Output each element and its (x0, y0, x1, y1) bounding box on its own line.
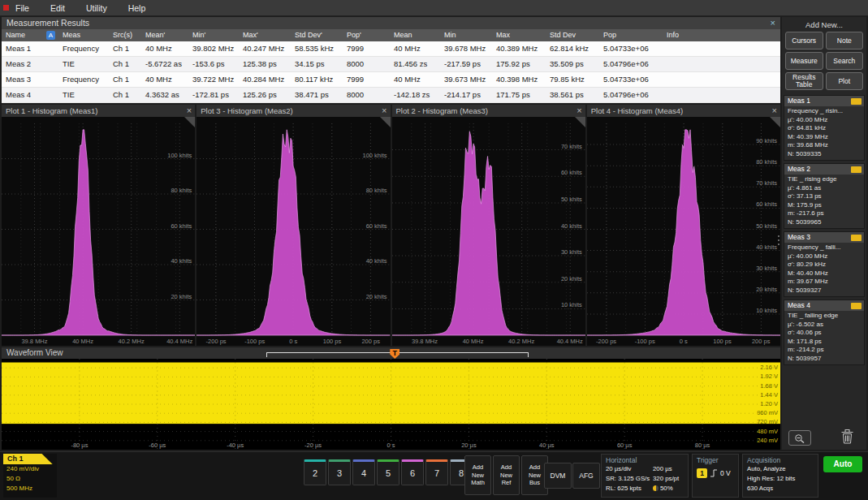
zoom-corner-icon[interactable] (575, 117, 585, 127)
trigger-settings: 1 0 V (697, 468, 734, 478)
plot-area[interactable]: 90 khits80 khits70 khits60 khits50 khits… (587, 117, 780, 346)
results-header-cell: Mean (390, 29, 440, 41)
plot-panel-plot2: Plot 2 - Histogram (Meas3)×70 khits60 kh… (392, 105, 585, 346)
plot-area[interactable]: 100 khits80 khits60 khits40 khits20 khit… (2, 117, 195, 346)
results-header-cell: Max (492, 29, 546, 41)
x-tick-label: 39.8 MHz (21, 338, 47, 345)
results-cell: 7999 (343, 41, 378, 56)
panel-splitter[interactable] (776, 226, 781, 255)
zoom-corner-icon[interactable] (380, 117, 391, 127)
menu-items: FileEditUtilityHelp (15, 3, 166, 13)
menu-utility[interactable]: Utility (86, 3, 107, 13)
add-search-button[interactable]: Search (826, 52, 864, 70)
meas-chip-2[interactable]: Meas 2TIE _ rising edgeµ': 4.861 asσ': 3… (784, 163, 865, 229)
channel-5-button[interactable]: 5 (377, 459, 399, 485)
trigger-panel[interactable]: Trigger 1 0 V (692, 454, 739, 498)
channel-6-button[interactable]: 6 (401, 459, 424, 485)
auto-run-button[interactable]: Auto (823, 456, 862, 472)
meas-chip-4[interactable]: Meas 4TIE _ falling edgeµ': -6.502 asσ':… (784, 300, 865, 365)
results-row[interactable]: Meas 3FrequencyCh 140 MHz39.722 MHz40.28… (2, 72, 780, 88)
y-tick-label: 80 khits (756, 158, 777, 166)
add-note-button[interactable]: Note (826, 32, 864, 50)
results-header-cell: A (42, 29, 58, 41)
y-tick-label: 70 khits (561, 143, 582, 150)
results-cell (42, 88, 58, 102)
plot-area[interactable]: 70 khits60 khits50 khits40 khits30 khits… (392, 117, 585, 346)
results-cell: -5.6722 as (141, 57, 188, 71)
results-row[interactable]: Meas 1FrequencyCh 140 MHz39.802 MHz40.24… (2, 41, 780, 57)
results-cell (42, 57, 58, 71)
addbtn-line: New (529, 472, 541, 480)
add-new-ref-button[interactable]: AddNewRef (493, 455, 520, 495)
x-tick-label: 40 MHz (463, 338, 484, 345)
dvm-button[interactable]: DVM (544, 463, 572, 489)
time-label: -60 µs (149, 442, 166, 449)
results-row[interactable]: Meas 2TIECh 1-5.6722 as-153.6 ps125.38 p… (2, 57, 780, 72)
channel-3-button[interactable]: 3 (328, 459, 351, 485)
y-tick-label: 60 khits (366, 222, 387, 230)
meas-source-badge (851, 98, 862, 105)
horizontal-row: SR: 3.125 GS/s320 ps/pt (606, 474, 684, 484)
meas-chip-line: TIE _ rising edge (788, 175, 861, 184)
results-cell: 40.284 MHz (239, 72, 291, 87)
results-cell (42, 41, 58, 56)
menu-help[interactable]: Help (128, 3, 146, 13)
channel-4-button[interactable]: 4 (352, 459, 375, 485)
close-icon[interactable]: × (771, 17, 775, 29)
zoom-corner-icon[interactable] (184, 117, 195, 127)
results-cell (663, 88, 780, 102)
app-icon (3, 5, 9, 11)
menu-edit[interactable]: Edit (50, 3, 65, 13)
meas-chip-3[interactable]: Meas 3Frequency _ falli...µ': 40.00 MHzσ… (784, 231, 865, 297)
channel-1-badge[interactable]: Ch 1 240 mV/div 50 Ω 500 MHz (3, 454, 57, 498)
plot-panel-plot3: Plot 3 - Histogram (Meas2)×100 khits80 k… (196, 105, 390, 346)
horizontal-panel[interactable]: Horizontal 20 µs/div200 µsSR: 3.125 GS/s… (601, 454, 689, 498)
y-tick-label: 20 khits (561, 275, 582, 282)
zoom-out-button[interactable] (788, 430, 811, 446)
add-cursors-button[interactable]: Cursors (785, 32, 823, 50)
add-results-table-button[interactable]: Results Table (785, 72, 823, 90)
voltage-label: 240 mV (757, 437, 778, 444)
add-measure-button[interactable]: Measure (785, 52, 823, 70)
channel-7-button[interactable]: 7 (425, 459, 448, 485)
y-tick-label: 60 khits (171, 222, 192, 230)
annotation-badge[interactable]: A (46, 31, 55, 40)
addbtn-line: New (500, 472, 512, 480)
waveform-view-panel: Waveform View T 2.16 V1.92 V1.68 V1.44 V… (2, 347, 780, 450)
voltage-label: 1.20 V (760, 400, 778, 407)
results-cell: 4.3632 as (141, 88, 188, 102)
channel-2-button[interactable]: 2 (304, 459, 326, 485)
add-plot-button[interactable]: Plot (826, 72, 864, 90)
plot-area[interactable]: 100 khits80 khits60 khits40 khits20 khit… (196, 117, 390, 346)
trash-button[interactable] (841, 429, 853, 447)
acquisition-resolution: High Res: 12 bits (747, 474, 814, 484)
results-cell: 80.117 kHz (291, 72, 343, 87)
results-cell: 38.561 ps (546, 88, 599, 102)
results-cell: 39.722 MHz (188, 72, 239, 87)
y-tick-label: 10 khits (561, 301, 582, 308)
acquisition-panel[interactable]: Acquisition Auto, Analyze High Res: 12 b… (742, 454, 818, 498)
y-tick-label: 20 khits (366, 293, 387, 300)
bottom-bar: Ch 1 240 mV/div 50 Ω 500 MHz 2345678 Add… (0, 451, 868, 500)
y-tick-label: 60 khits (756, 200, 777, 208)
results-cell: 79.85 kHz (546, 72, 599, 87)
add-new-buttons: CursorsNoteMeasureSearchResults TablePlo… (782, 32, 866, 90)
results-header-cell: Pop (599, 29, 663, 41)
meas-chip-1[interactable]: Meas 1Frequency _ risin...µ': 40.00 MHzσ… (784, 95, 865, 161)
plot-title-bar: Plot 3 - Histogram (Meas2)× (196, 105, 390, 117)
zoom-corner-icon[interactable] (770, 117, 780, 127)
close-icon[interactable]: × (577, 105, 581, 117)
menu-file[interactable]: File (15, 3, 29, 13)
y-tick-label: 40 khits (171, 257, 192, 265)
results-row[interactable]: Meas 4TIECh 14.3632 as-172.81 ps125.26 p… (2, 88, 780, 103)
close-icon[interactable]: × (772, 105, 777, 117)
meas-chip-line: M: 175.9 ps (788, 201, 861, 210)
y-tick-label: 40 khits (561, 222, 582, 230)
add-new-math-button[interactable]: AddNewMath (464, 455, 491, 495)
close-icon[interactable]: × (382, 105, 386, 117)
meas-chip-line: m: 39.67 MHz (788, 278, 861, 287)
meas-chip-title: Meas 3 (784, 232, 864, 243)
waveform-plot-area[interactable]: 2.16 V1.92 V1.68 V1.44 V1.20 V960 mV720 … (2, 359, 780, 450)
afg-button[interactable]: AFG (572, 463, 600, 489)
close-icon[interactable]: × (187, 105, 192, 117)
